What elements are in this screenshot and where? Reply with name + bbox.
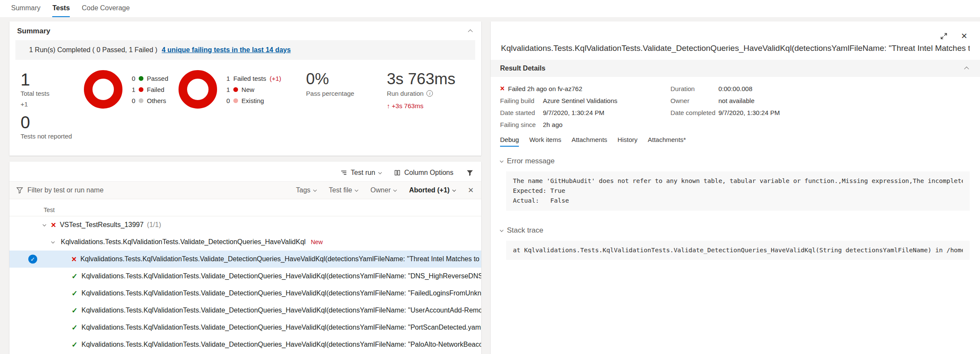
- failed-icon: ×: [51, 221, 56, 229]
- tab-attachments[interactable]: Attachments: [572, 136, 607, 147]
- test-count-column: 1 Total tests +1 0 Tests not reported: [21, 70, 74, 140]
- owner-row: Owner not available: [670, 97, 971, 104]
- failing-since-label: Failing since: [500, 121, 543, 128]
- date-completed-label: Date completed: [670, 109, 718, 116]
- tab-code-coverage[interactable]: Code Coverage: [82, 0, 130, 17]
- not-reported-value: 0: [21, 113, 74, 132]
- failed-tests-delta: (+1): [270, 75, 281, 82]
- test-run-name: VSTest_TestResults_13997: [60, 221, 144, 229]
- failed-icon: ×: [500, 85, 505, 92]
- filter-bar: Tags Test file Owner Aborted (+1): [9, 181, 481, 199]
- chevron-down-icon[interactable]: [42, 223, 46, 226]
- tab-debug[interactable]: Debug: [500, 136, 519, 147]
- failing-build-label: Failing build: [500, 97, 543, 104]
- new-badge: New: [311, 239, 323, 245]
- test-file-filter-dropdown[interactable]: Test file: [329, 186, 357, 194]
- tab-summary[interactable]: Summary: [11, 0, 40, 17]
- column-options-icon: [394, 169, 401, 176]
- collapse-chevron-icon: [964, 67, 969, 71]
- group-by-dropdown[interactable]: Test run: [340, 169, 381, 177]
- date-started-row: Date started 9/7/2020, 1:30:24 PM: [500, 109, 670, 116]
- test-name: Kqlvalidations.Tests.KqlValidationTests.…: [81, 341, 481, 348]
- runs-completed-text: 1 Run(s) Completed ( 0 Passed, 1 Failed …: [29, 46, 158, 54]
- date-started-value: 9/7/2020, 1:30:24 PM: [543, 109, 604, 116]
- chevron-down-icon: [393, 188, 397, 192]
- selected-check-icon: ✓: [28, 255, 37, 264]
- tab-tests[interactable]: Tests: [52, 0, 70, 17]
- tags-filter-dropdown[interactable]: Tags: [296, 186, 316, 194]
- table-row-group[interactable]: Kqlvalidations.Tests.KqlValidationTests.…: [9, 233, 481, 251]
- close-panel-icon[interactable]: ×: [961, 31, 967, 41]
- total-tests-label: Total tests: [21, 90, 74, 97]
- duration-label: Duration: [670, 85, 718, 92]
- total-tests-delta: +1: [21, 100, 74, 108]
- stack-trace-section: Stack trace at Kqlvalidations.Tests.KqlV…: [491, 226, 980, 260]
- filter-funnel-icon: [16, 187, 23, 194]
- summary-title: Summary: [17, 27, 50, 35]
- total-tests-value: 1: [21, 70, 74, 89]
- table-row[interactable]: ✓ Kqlvalidations.Tests.KqlValidationTest…: [9, 319, 481, 336]
- not-reported-label: Tests not reported: [21, 133, 74, 140]
- filter-toggle-button[interactable]: [466, 169, 474, 177]
- newness-legend: 1 Failed tests (+1) 1 New 0 Existi: [225, 75, 281, 104]
- test-name: Kqlvalidations.Tests.KqlValidationTests.…: [80, 255, 481, 263]
- test-column-header[interactable]: Test: [44, 206, 55, 213]
- table-row-selected[interactable]: ✓ × Kqlvalidations.Tests.KqlValidationTe…: [9, 251, 481, 268]
- failed-dot-icon: [139, 87, 143, 92]
- expand-panel-icon[interactable]: [940, 31, 947, 41]
- table-row[interactable]: ✓ Kqlvalidations.Tests.KqlValidationTest…: [9, 285, 481, 302]
- tab-attachments-star[interactable]: Attachments*: [648, 136, 686, 147]
- owner-filter-label: Owner: [370, 186, 390, 194]
- page-content: Summary 1 Run(s) Completed ( 0 Passed, 1…: [0, 17, 980, 354]
- new-label: New: [241, 86, 254, 93]
- error-line: The name 'GitHubAudit' does not refer to…: [513, 176, 963, 186]
- tab-work-items[interactable]: Work items: [529, 136, 561, 147]
- result-details-panel: × Kqlvalidations.Tests.KqlValidationTest…: [491, 21, 980, 354]
- owner-filter-dropdown[interactable]: Owner: [370, 186, 396, 194]
- summary-stats: 1 Total tests +1 0 Tests not reported 0 …: [9, 60, 481, 140]
- error-line: Actual: False: [513, 196, 963, 206]
- chevron-down-icon[interactable]: [51, 240, 54, 243]
- legend-row-new: 1 New: [225, 86, 281, 93]
- failed-count: 1: [130, 86, 135, 93]
- error-message-header[interactable]: Error message: [500, 157, 970, 165]
- info-icon[interactable]: i: [426, 90, 433, 97]
- error-message-block: The name 'GitHubAudit' does not refer to…: [506, 171, 970, 211]
- table-row[interactable]: ✓ Kqlvalidations.Tests.KqlValidationTest…: [9, 302, 481, 319]
- stack-trace-block: at Kqlvalidations.Tests.KqlValidationTes…: [506, 241, 970, 260]
- stack-trace-line: at Kqlvalidations.Tests.KqlValidationTes…: [513, 245, 963, 255]
- clear-filter-icon[interactable]: ×: [468, 186, 474, 195]
- chevron-down-icon: [378, 171, 382, 174]
- newness-donut-chart: [179, 70, 217, 109]
- existing-count: 0: [225, 97, 230, 104]
- result-details-title: Result Details: [500, 65, 545, 72]
- filter-input[interactable]: [27, 186, 207, 194]
- results-card: Test run Column Options T: [9, 162, 481, 354]
- pass-percentage-column: 0% Pass percentage: [306, 70, 354, 97]
- collapse-chevron-icon[interactable]: [468, 30, 473, 34]
- group-by-label: Test run: [351, 169, 375, 177]
- tab-history[interactable]: History: [617, 136, 637, 147]
- column-options-button[interactable]: Column Options: [394, 169, 453, 177]
- owner-value: not available: [718, 97, 754, 104]
- duration-row: Duration 0:00:00.008: [670, 85, 971, 92]
- table-row-run[interactable]: × VSTest_TestResults_13997 (1/1): [9, 216, 481, 233]
- passed-icon: ✓: [71, 290, 77, 297]
- stack-trace-header[interactable]: Stack trace: [500, 226, 970, 235]
- run-duration-delta: ↑ +3s 763ms: [387, 102, 455, 109]
- error-line: Expected: True: [513, 186, 963, 196]
- passed-label: Passed: [147, 75, 168, 82]
- summary-card-header: Summary: [9, 21, 481, 39]
- result-details-grid: × Failed 2h ago on fv-az762 Duration 0:0…: [491, 77, 980, 128]
- tags-filter-label: Tags: [296, 186, 310, 194]
- table-row[interactable]: ✓ Kqlvalidations.Tests.KqlValidationTest…: [9, 336, 481, 353]
- table-row[interactable]: ✓ Kqlvalidations.Tests.KqlValidationTest…: [9, 268, 481, 285]
- outcome-donut-chart: [84, 70, 122, 109]
- failing-build-value[interactable]: Azure Sentinel Validations: [543, 97, 617, 104]
- failing-tests-link[interactable]: 4 unique failing tests in the last 14 da…: [162, 46, 291, 54]
- chevron-down-icon: [453, 188, 456, 192]
- test-run-count: (1/1): [147, 221, 161, 229]
- date-started-label: Date started: [500, 109, 543, 116]
- result-details-section-header[interactable]: Result Details: [491, 60, 980, 77]
- outcome-filter-dropdown[interactable]: Aborted (+1): [409, 186, 455, 194]
